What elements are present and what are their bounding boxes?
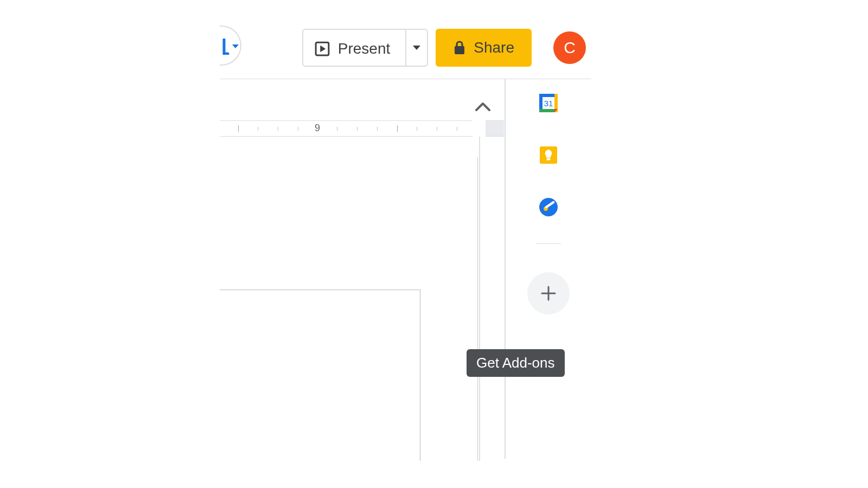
horizontal-ruler[interactable]: 9 [220, 120, 473, 137]
editor-canvas: 9 [220, 79, 504, 459]
top-toolbar: Present Share C [27, 16, 787, 79]
present-button[interactable]: Present [303, 30, 406, 67]
collapse-panel-button[interactable] [469, 93, 496, 120]
get-addons-button[interactable] [527, 272, 570, 314]
present-dropdown[interactable] [405, 30, 427, 66]
side-panel: 31 [506, 79, 591, 459]
caret-down-icon [412, 45, 421, 50]
vertical-scrollbar[interactable] [479, 137, 480, 461]
keep-icon [538, 145, 559, 165]
present-icon [314, 41, 330, 57]
svg-rect-1 [455, 46, 464, 54]
caret-down-icon [232, 44, 239, 49]
sidepanel-divider [536, 243, 561, 244]
svg-point-10 [539, 198, 558, 216]
ruler-end [486, 120, 504, 137]
addons-tooltip: Get Add-ons [467, 349, 565, 377]
calendar-icon: 31 [538, 93, 559, 113]
keep-app[interactable] [538, 145, 559, 165]
calendar-app[interactable]: 31 [538, 93, 559, 113]
present-split-button: Present [302, 29, 429, 67]
lock-icon [453, 40, 466, 55]
share-button[interactable]: Share [436, 29, 532, 67]
svg-text:31: 31 [544, 99, 553, 108]
account-avatar[interactable]: C [553, 31, 586, 64]
avatar-letter: C [564, 38, 576, 57]
svg-rect-9 [547, 158, 551, 160]
tasks-app[interactable] [538, 197, 559, 217]
ruler-number: 9 [315, 123, 320, 134]
plus-icon [539, 284, 558, 303]
present-label: Present [338, 40, 391, 57]
tasks-icon [538, 197, 559, 217]
slide-placeholder[interactable] [220, 290, 420, 461]
chevron-up-icon [475, 101, 491, 112]
share-label: Share [474, 39, 514, 56]
explore-pill-partial[interactable] [220, 25, 241, 66]
